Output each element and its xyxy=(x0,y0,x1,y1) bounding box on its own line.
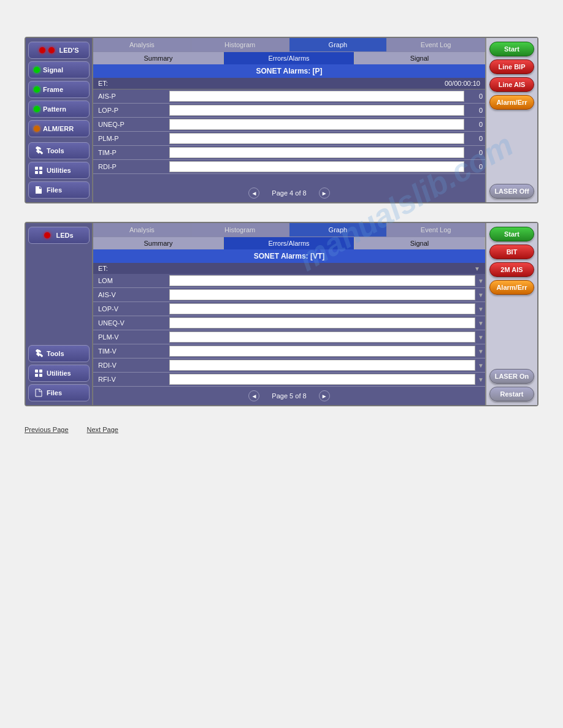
subtab-signal-p1[interactable]: Signal xyxy=(354,52,485,64)
row-bar-rdiv xyxy=(169,360,475,371)
row-label-aisv: AIS-V xyxy=(93,290,167,300)
panel2-et-row: ET: ▼ xyxy=(93,263,485,274)
row-value-plmp: 0 xyxy=(467,135,485,142)
start-button-p2[interactable]: Start xyxy=(489,227,534,241)
alarm-err-button-p2[interactable]: Alarm/Err xyxy=(489,280,534,295)
tab-graph-p2[interactable]: Graph xyxy=(289,223,388,237)
panel2-right-buttons: Start BIT 2M AIS Alarm/Err LASER On Rest… xyxy=(485,223,537,405)
sidebar-label-pattern: Pattern xyxy=(43,105,66,113)
panel2-subtabs: Summary Errors/Alarms Signal xyxy=(93,237,485,249)
laser-on-button[interactable]: LASER On xyxy=(489,369,534,384)
table-row: LOM ▼ xyxy=(93,274,485,288)
bit-button[interactable]: BIT xyxy=(489,245,534,259)
row-value-lopp: 0 xyxy=(467,107,485,114)
row-scroll-uneqv: ▼ xyxy=(478,320,484,327)
row-scroll-aisv: ▼ xyxy=(478,292,484,298)
subtab-signal-p2[interactable]: Signal xyxy=(354,237,485,249)
tab-histogram-p1[interactable]: Histogram xyxy=(191,38,289,52)
sidebar-item-utilities-p2[interactable]: Utilities xyxy=(28,365,90,382)
restart-button[interactable]: Restart xyxy=(489,387,534,401)
led-dot-red-p2 xyxy=(44,232,50,238)
sidebar-label-almerr: ALM/ERR xyxy=(43,125,74,132)
panel1-content: Analysis Histogram Graph Event Log Summa… xyxy=(93,38,485,202)
row-label-uneqv: UNEQ-V xyxy=(93,318,167,328)
table-row: RDI-V ▼ xyxy=(93,358,485,373)
line-ais-button[interactable]: Line AIS xyxy=(489,77,534,92)
row-label-timp: TIM-P xyxy=(93,148,167,157)
tab-analysis-p2[interactable]: Analysis xyxy=(93,223,191,237)
page-text-p1: Page 4 of 8 xyxy=(272,189,306,197)
row-bar-plmp xyxy=(169,133,464,144)
row-bar-timp xyxy=(169,147,464,158)
et-scroll-arrow: ▼ xyxy=(474,265,480,272)
sidebar-item-tools[interactable]: Tools xyxy=(28,142,90,159)
row-label-plmp: PLM-P xyxy=(93,134,167,143)
sidebar-item-leds[interactable]: LED'S xyxy=(28,42,90,59)
sidebar-label-utilities: Utilities xyxy=(47,167,71,174)
next-page-button-p1[interactable]: ► xyxy=(319,188,330,199)
tab-eventlog-p1[interactable]: Event Log xyxy=(387,38,485,52)
panel-1: LED'S Signal Frame Pattern ALM/ERR xyxy=(25,37,538,203)
panel-2: LEDs Tools xyxy=(25,222,538,406)
subtab-summary-p2[interactable]: Summary xyxy=(93,237,224,249)
prev-page-button-p1[interactable]: ◄ xyxy=(248,188,259,199)
row-label-rfiv: RFI-V xyxy=(93,374,167,384)
sidebar-item-files[interactable]: Files xyxy=(28,181,90,199)
svg-rect-3 xyxy=(39,171,42,174)
alarm-err-button-p1[interactable]: Alarm/Err xyxy=(489,95,534,110)
utilities-icon xyxy=(34,165,44,175)
row-label-uneqp: UNEQ-P xyxy=(93,119,167,129)
row-value-timp: 0 xyxy=(467,149,485,156)
table-row: TIM-V ▼ xyxy=(93,344,485,358)
led-dot-pattern xyxy=(34,106,40,112)
panel1-subtabs: Summary Errors/Alarms Signal xyxy=(93,52,485,64)
prev-page-button-p2[interactable]: ◄ xyxy=(248,390,259,401)
sidebar-item-almerr[interactable]: ALM/ERR xyxy=(28,120,90,137)
svg-rect-1 xyxy=(39,167,42,170)
start-button-p1[interactable]: Start xyxy=(489,42,534,56)
tab-analysis-p1[interactable]: Analysis xyxy=(93,38,191,52)
laser-off-button[interactable]: LASER Off xyxy=(489,184,534,199)
next-page-link[interactable]: Next Page xyxy=(87,426,118,433)
panel1-right-buttons: Start Line BIP Line AIS Alarm/Err LASER … xyxy=(485,38,537,202)
table-row: UNEQ-V ▼ xyxy=(93,316,485,330)
subtab-errorsalarms-p1[interactable]: Errors/Alarms xyxy=(224,52,354,64)
sidebar-item-frame[interactable]: Frame xyxy=(28,81,90,98)
row-scroll-lopv: ▼ xyxy=(478,306,484,313)
utilities-icon-p2 xyxy=(34,368,44,378)
sidebar-item-signal[interactable]: Signal xyxy=(28,61,90,78)
sidebar-label-files: Files xyxy=(47,186,62,194)
sidebar-item-leds-p2[interactable]: LEDs xyxy=(28,227,90,244)
row-value-aisp: 0 xyxy=(467,93,485,100)
sidebar-item-utilities[interactable]: Utilities xyxy=(28,162,90,179)
panel2-sidebar: LEDs Tools xyxy=(26,223,93,405)
row-scroll-timv: ▼ xyxy=(478,348,484,355)
tab-histogram-p2[interactable]: Histogram xyxy=(191,223,289,237)
row-bar-uneqv xyxy=(169,317,475,328)
row-label-lom: LOM xyxy=(93,276,167,286)
row-bar-plmv xyxy=(169,332,475,343)
tab-eventlog-p2[interactable]: Event Log xyxy=(387,223,485,237)
row-scroll-plmv: ▼ xyxy=(478,334,484,341)
sidebar-item-files-p2[interactable]: Files xyxy=(28,384,90,401)
row-bar-aisv xyxy=(169,289,475,300)
panel1-et-label: ET: xyxy=(98,80,108,87)
svg-rect-5 xyxy=(39,370,42,373)
panel2-content: Analysis Histogram Graph Event Log Summa… xyxy=(93,223,485,405)
row-scroll-rdiv: ▼ xyxy=(478,362,484,369)
next-page-button-p2[interactable]: ► xyxy=(319,390,330,401)
sidebar-item-pattern[interactable]: Pattern xyxy=(28,100,90,118)
subtab-summary-p1[interactable]: Summary xyxy=(93,52,224,64)
row-label-rdiv: RDI-V xyxy=(93,360,167,370)
subtab-errorsalarms-p2[interactable]: Errors/Alarms xyxy=(224,237,354,249)
svg-rect-4 xyxy=(35,370,38,373)
sidebar-label-tools: Tools xyxy=(47,147,64,154)
sidebar-item-tools-p2[interactable]: Tools xyxy=(28,345,90,362)
led-dot-frame xyxy=(34,86,40,93)
2mais-button[interactable]: 2M AIS xyxy=(489,262,534,277)
prev-page-link[interactable]: Previous Page xyxy=(25,426,69,433)
line-bip-button[interactable]: Line BIP xyxy=(489,59,534,74)
sidebar-label-files-p2: Files xyxy=(47,389,62,396)
table-row: LOP-P 0 xyxy=(93,104,485,118)
tab-graph-p1[interactable]: Graph xyxy=(289,38,388,52)
